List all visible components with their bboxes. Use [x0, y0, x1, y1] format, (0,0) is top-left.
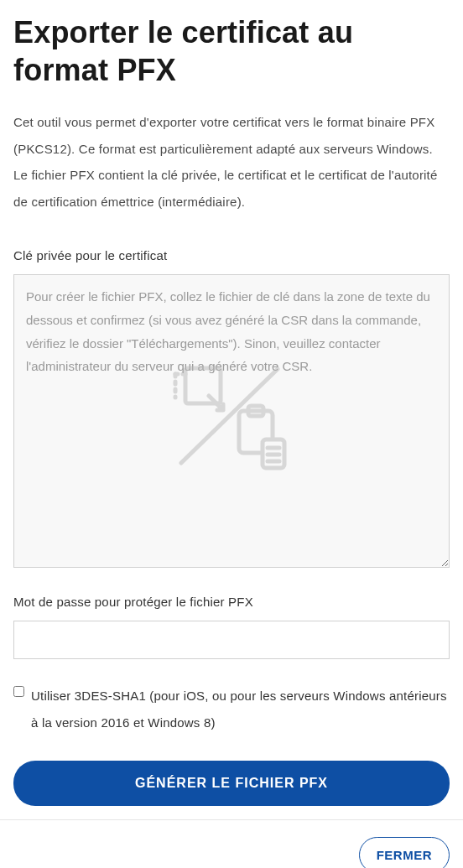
generate-pfx-button[interactable]: GÉNÉRER LE FICHIER PFX [13, 761, 450, 806]
3des-checkbox[interactable] [13, 685, 24, 698]
close-button[interactable]: FERMER [359, 837, 450, 868]
private-key-input[interactable] [13, 274, 450, 568]
password-input[interactable] [13, 621, 450, 659]
page-title: Exporter le certificat au format PFX [13, 13, 450, 89]
private-key-label: Clé privée pour le certificat [13, 248, 450, 262]
description-text: Cet outil vous permet d'exporter votre c… [13, 109, 450, 215]
3des-checkbox-label[interactable]: Utiliser 3DES-SHA1 (pour iOS, ou pour le… [31, 683, 450, 735]
password-label: Mot de passe pour protéger le fichier PF… [13, 595, 450, 609]
